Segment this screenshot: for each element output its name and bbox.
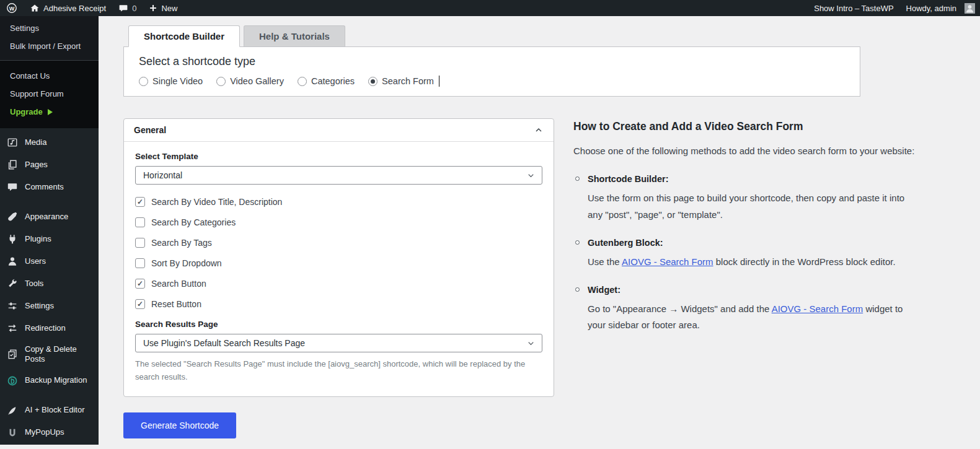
search-results-page-value: Use Plugin's Default Search Results Page <box>143 338 305 348</box>
sidebar-item-upgrade[interactable]: Upgrade <box>0 103 99 121</box>
pages-icon <box>6 159 19 171</box>
sidebar-item-backup-migration[interactable]: Backup Migration <box>0 370 99 392</box>
sidebar-item-copy-delete-posts[interactable]: Copy & Delete Posts <box>0 339 99 370</box>
radio-search-form[interactable]: Search Form <box>368 76 439 87</box>
shortcode-type-box: Select a shortcode type Single Video Vid… <box>123 46 860 97</box>
comments-shortcut[interactable]: 0 <box>112 0 143 16</box>
plugins-icon <box>6 233 19 245</box>
method-desc-text: Go to "Appearance → Widgets" and add the <box>588 303 772 314</box>
sidebar-item-media[interactable]: Media <box>0 131 99 154</box>
sidebar-item-plugins[interactable]: Plugins <box>0 228 99 250</box>
aiovg-search-form-link[interactable]: AIOVG - Search Form <box>622 256 713 267</box>
select-template-dropdown[interactable]: Horizontal <box>135 166 542 185</box>
menu-label: Tools <box>25 279 43 289</box>
appearance-brush-icon <box>6 211 19 223</box>
checkbox-sort-by-dropdown[interactable]: Sort By Dropdown <box>135 258 542 268</box>
menu-label: Plugins <box>25 234 51 244</box>
menu-label: MyPopUps <box>25 427 64 437</box>
method-desc: Use the form on this page to build your … <box>588 190 917 223</box>
checkbox-label: Sort By Dropdown <box>151 258 222 268</box>
tab-shortcode-builder[interactable]: Shortcode Builder <box>128 25 240 47</box>
checkbox-icon <box>135 238 145 248</box>
site-link[interactable]: Adhesive Receipt <box>24 0 112 16</box>
method-desc: Use the AIOVG - Search Form block direct… <box>588 254 917 270</box>
show-intro-label: Show Intro – TasteWP <box>814 4 893 13</box>
generate-shortcode-button[interactable]: Generate Shortcode <box>123 412 236 438</box>
sidebar-item-plugin-settings[interactable]: Settings <box>0 19 99 37</box>
sidebar-item-users[interactable]: Users <box>0 250 99 272</box>
search-results-page-help: The selected "Search Results Page" must … <box>135 358 542 384</box>
method-label: Widget: <box>588 285 917 295</box>
menu-label: Pages <box>25 160 48 170</box>
method-shortcode-builder: Shortcode Builder: Use the form on this … <box>573 174 917 223</box>
copy-delete-posts-icon <box>6 348 19 360</box>
bullet-icon <box>575 287 580 292</box>
new-content-menu[interactable]: New <box>143 0 183 16</box>
media-icon <box>6 136 19 149</box>
checkbox-icon <box>135 279 145 289</box>
checkbox-search-by-categories[interactable]: Search By Categories <box>135 217 542 227</box>
upgrade-label: Upgrade <box>10 107 43 116</box>
checkbox-label: Search By Tags <box>151 238 212 248</box>
radio-label: Single Video <box>152 76 203 86</box>
checkbox-search-button[interactable]: Search Button <box>135 279 542 289</box>
aiovg-search-form-link[interactable]: AIOVG - Search Form <box>772 303 863 314</box>
radio-label: Search Form <box>382 76 434 86</box>
sidebar-item-image-converter-webp[interactable]: Image Converter for WebP <box>0 444 99 449</box>
show-intro-link[interactable]: Show Intro – TasteWP <box>808 0 899 16</box>
checkbox-reset-button[interactable]: Reset Button <box>135 299 542 309</box>
howdy-label: Howdy, admin <box>906 4 956 13</box>
help-intro: Choose one of the following methods to a… <box>573 143 917 159</box>
radio-video-gallery[interactable]: Video Gallery <box>216 76 284 86</box>
quill-icon <box>6 404 19 417</box>
sidebar-item-appearance[interactable]: Appearance <box>0 206 99 228</box>
checkbox-icon <box>135 299 145 309</box>
sidebar-item-support-forum[interactable]: Support Forum <box>0 85 99 103</box>
checkbox-icon <box>135 258 145 268</box>
shortcode-type-title: Select a shortcode type <box>139 55 845 68</box>
comment-bubble-icon <box>118 3 128 13</box>
comments-icon <box>6 181 19 193</box>
checkbox-label: Search Button <box>151 279 206 289</box>
sidebar-item-contact-us[interactable]: Contact Us <box>0 67 99 85</box>
method-label: Gutenberg Block: <box>588 238 917 248</box>
radio-single-video[interactable]: Single Video <box>139 76 203 86</box>
search-results-page-dropdown[interactable]: Use Plugin's Default Search Results Page <box>135 334 542 352</box>
plugin-submenu-bottom: Contact Us Support Forum Upgrade <box>0 61 99 128</box>
method-desc-text: block directly in the WordPress block ed… <box>713 256 896 267</box>
method-desc: Go to "Appearance → Widgets" and add the… <box>588 301 917 334</box>
admin-bar: W Adhesive Receipt 0 New Show Intro – Ta… <box>0 0 980 16</box>
menu-label: AI + Block Editor <box>25 405 84 415</box>
sidebar-item-redirection[interactable]: Redirection <box>0 317 99 339</box>
method-desc-text: Use the <box>588 256 622 267</box>
menu-label: Comments <box>25 182 64 192</box>
sidebar-item-comments[interactable]: Comments <box>0 176 99 198</box>
menu-label: Users <box>25 256 46 266</box>
checkbox-search-by-title[interactable]: Search By Video Title, Description <box>135 197 542 207</box>
radio-icon <box>298 77 307 86</box>
sidebar-item-settings[interactable]: Settings <box>0 295 99 317</box>
chevron-down-icon <box>526 339 536 348</box>
tools-wrench-icon <box>6 277 19 290</box>
select-template-value: Horizontal <box>143 170 182 180</box>
radio-categories[interactable]: Categories <box>298 76 355 86</box>
checkbox-label: Reset Button <box>151 299 201 309</box>
sidebar-item-tools[interactable]: Tools <box>0 272 99 295</box>
general-panel-title: General <box>134 125 166 135</box>
general-panel-header[interactable]: General <box>124 119 554 142</box>
checkbox-label: Search By Video Title, Description <box>151 197 282 207</box>
sidebar-item-ai-block-editor[interactable]: AI + Block Editor <box>0 399 99 422</box>
tab-help-tutorials[interactable]: Help & Tutorials <box>244 25 345 46</box>
sidebar-item-pages[interactable]: Pages <box>0 154 99 176</box>
method-gutenberg-block: Gutenberg Block: Use the AIOVG - Search … <box>573 238 917 270</box>
new-label: New <box>161 4 177 13</box>
account-menu[interactable]: Howdy, admin <box>900 0 975 16</box>
sidebar-item-mypopups[interactable]: MyPopUps <box>0 422 99 444</box>
radio-icon <box>139 77 148 86</box>
sidebar-item-bulk-import-export[interactable]: Bulk Import / Export <box>0 37 99 55</box>
home-icon <box>30 3 40 13</box>
wordpress-logo-menu[interactable]: W <box>0 0 24 16</box>
checkbox-label: Search By Categories <box>151 217 236 227</box>
checkbox-search-by-tags[interactable]: Search By Tags <box>135 238 542 248</box>
checkbox-icon <box>135 217 145 227</box>
